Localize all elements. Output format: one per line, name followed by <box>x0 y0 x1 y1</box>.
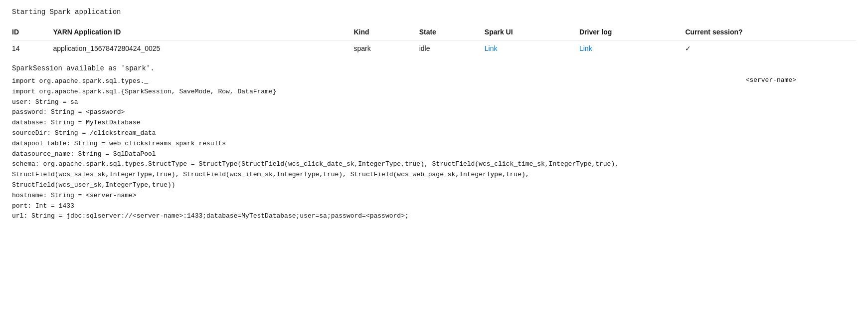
cell-driver-log[interactable]: Link <box>579 40 685 57</box>
col-header-current-session: Current session? <box>685 24 856 40</box>
col-header-yarn-app-id: YARN Application ID <box>53 24 353 40</box>
col-header-spark-ui: Spark UI <box>485 24 579 40</box>
server-name-annotation: <server-name> <box>746 76 796 84</box>
table-row: 14application_1567847280424_0025sparkidl… <box>12 40 856 57</box>
code-area: import org.apache.spark.sql.types._ impo… <box>12 76 856 222</box>
cell-yarn-app-id: application_1567847280424_0025 <box>53 40 353 57</box>
cell-spark-ui-link[interactable]: Link <box>485 44 498 52</box>
cell-kind: spark <box>353 40 419 57</box>
spark-session-line: SparkSession available as 'spark'. <box>12 64 856 72</box>
cell-current-session: ✓ <box>685 40 856 57</box>
cell-spark-ui[interactable]: Link <box>485 40 579 57</box>
code-block: import org.apache.spark.sql.types._ impo… <box>12 76 856 222</box>
starting-text: Starting Spark application <box>12 8 856 16</box>
cell-state: idle <box>419 40 485 57</box>
col-header-state: State <box>419 24 485 40</box>
col-header-id: ID <box>12 24 53 40</box>
col-header-kind: Kind <box>353 24 419 40</box>
col-header-driver-log: Driver log <box>579 24 685 40</box>
table-header-row: ID YARN Application ID Kind State Spark … <box>12 24 856 40</box>
main-container: Starting Spark application ID YARN Appli… <box>0 0 868 230</box>
session-table: ID YARN Application ID Kind State Spark … <box>12 24 856 56</box>
cell-id: 14 <box>12 40 53 57</box>
cell-driver-log-link[interactable]: Link <box>579 44 592 52</box>
